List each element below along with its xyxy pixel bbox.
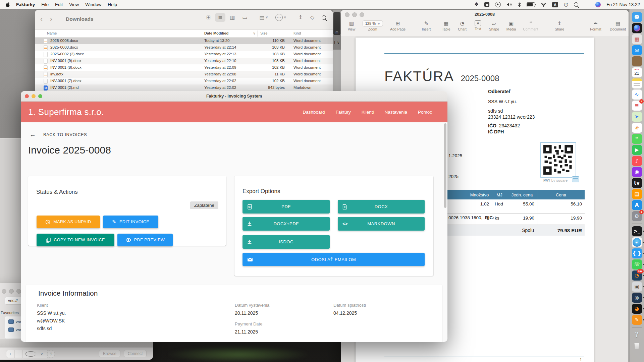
column-header-date[interactable]: Date Modified (204, 31, 228, 35)
search-icon[interactable] (322, 15, 326, 20)
file-row[interactable]: INV-0001 (8).docxYesterday at 22:09102 K… (35, 64, 333, 71)
connect-button[interactable]: Connect (124, 350, 147, 357)
facetime-dock-icon[interactable]: ▶ (632, 145, 642, 155)
input-source-icon[interactable]: A (552, 2, 558, 7)
document-button[interactable]: ▤Document (610, 20, 626, 31)
comment-button[interactable]: ❝Comment (523, 20, 538, 31)
dropbox-icon[interactable]: ❖ (474, 2, 479, 7)
export-pdf-button[interactable]: PDF PDF (243, 200, 330, 214)
apple-menu[interactable] (5, 2, 10, 7)
vscode-dock-icon[interactable]: { } (632, 248, 642, 258)
notes-dock-icon[interactable] (632, 78, 642, 88)
active-app-menu[interactable]: Fakturky (16, 2, 35, 7)
app-black-orange-dock-icon[interactable]: ◕ (632, 304, 642, 314)
apple-tv-dock-icon[interactable]: tv (632, 178, 642, 188)
table-button[interactable]: ▦Table (442, 20, 450, 31)
system-settings-dock-icon[interactable]: ⚙1 (632, 211, 642, 221)
battery-icon[interactable] (527, 2, 535, 7)
add-favourite-button[interactable]: + (6, 350, 15, 358)
screen-sharing-dock-icon[interactable]: ▣ (632, 282, 642, 292)
app-dark-dock-icon[interactable]: ◎ (632, 293, 642, 303)
send-email-button[interactable]: ODOSLAŤ EMAILOM (243, 253, 425, 266)
menu-help[interactable]: Help (108, 2, 117, 7)
launchpad-dock-icon[interactable]: ▦ (632, 34, 642, 44)
file-row[interactable]: INV-0001 (7).docxYesterday at 22:02102 K… (35, 78, 333, 84)
menu-view[interactable]: View (69, 2, 79, 7)
share-button[interactable]: ↥ (298, 15, 303, 20)
maps-dock-icon[interactable]: ➤ (632, 112, 642, 122)
group-by-button[interactable]: ▤∨ (260, 15, 268, 20)
edit-invoice-button[interactable]: ✎ EDIT INVOICE (103, 216, 158, 228)
scrollbar-thumb[interactable] (444, 123, 446, 208)
chart-button[interactable]: ◔Chart (458, 20, 467, 31)
file-row[interactable]: INV-0001 (9).docxYesterday at 22:10103 K… (35, 58, 333, 64)
share-button[interactable]: ↥Share (555, 20, 564, 31)
siri-icon[interactable] (595, 2, 601, 7)
minimize-button[interactable] (32, 94, 36, 98)
help-button[interactable]: ? (47, 350, 55, 358)
mark-as-unpaid-button[interactable]: MARK AS UNPAID (37, 216, 100, 228)
nav-pomoc[interactable]: Pomoc (418, 110, 432, 115)
more-options-button[interactable]: ···∨ (23, 350, 48, 358)
forward-button[interactable]: › (50, 15, 52, 23)
messages-dock-icon[interactable]: ❝ (632, 134, 642, 144)
app-store-dock-icon[interactable]: A (632, 200, 642, 210)
media-button[interactable]: ▣Media (506, 20, 516, 31)
safari-dock-icon[interactable]: ➤ (632, 237, 642, 247)
export-isdoc-button[interactable]: ISDOC (243, 235, 330, 249)
icon-view-button[interactable]: ⊞ (206, 15, 210, 20)
zoom-button[interactable] (38, 94, 42, 98)
terminal-dock-icon[interactable]: >_ (632, 226, 642, 236)
export-docx-button[interactable]: DOCX (338, 200, 425, 214)
mail-dock-icon[interactable]: ✉ (632, 45, 642, 55)
gallery-view-button[interactable]: ▭ (242, 15, 247, 20)
back-to-invoices-link[interactable]: ← BACK TO INVOICES (30, 131, 87, 138)
reminders-dock-icon[interactable]: ≡1 (632, 101, 642, 111)
column-header-name[interactable]: Name (47, 31, 57, 35)
back-button[interactable]: ‹ (40, 15, 43, 23)
file-row[interactable]: 2025-0003.docxYesterday at 22:14103 KBWo… (35, 44, 333, 51)
firefox-dock-icon[interactable]: ◔99+ (632, 270, 642, 281)
column-view-button[interactable]: ▥ (230, 15, 235, 20)
missing-app-dock-icon[interactable]: ? (632, 330, 642, 340)
control-center-icon[interactable] (584, 2, 590, 7)
clock-menu-icon[interactable]: ◷ (564, 2, 568, 7)
finder-dock-icon[interactable]: ☻ (632, 12, 642, 22)
menu-file[interactable]: File (41, 2, 49, 7)
siri-dock-icon[interactable] (632, 23, 642, 33)
menu-edit[interactable]: Edit (55, 2, 63, 7)
format-button[interactable]: ✒Format (590, 20, 601, 31)
calendar-dock-icon[interactable]: NOV21 (632, 67, 642, 77)
menu-window[interactable]: Window (85, 2, 101, 7)
add-page-button[interactable]: ⊞Add Page (390, 20, 406, 31)
file-row[interactable]: 2025-0002 (2).docxYesterday at 22:13103 … (35, 51, 333, 58)
nav-dashboard[interactable]: Dashboard (303, 110, 325, 115)
nav-klienti[interactable]: Klienti (362, 110, 374, 115)
column-header-size[interactable]: Size (260, 31, 267, 35)
export-markdown-button[interactable]: <> MARKDOWN (338, 217, 425, 231)
file-row[interactable]: 2025-0008.docxToday at 13:20110 KBWord d… (35, 38, 333, 44)
export-docx-pdf-button[interactable]: DOCX+PDF (243, 217, 330, 231)
zoom-dropdown[interactable]: 125 %∨Zoom (363, 20, 383, 31)
file-row[interactable]: inv.dotxYesterday at 22:0811 KBWord docu… (35, 71, 333, 78)
file-row[interactable]: MINV-0001 (2).mdYesterday at 22:02842 by… (35, 84, 333, 91)
shape-button[interactable]: ▱Shape (489, 20, 499, 31)
podcasts-dock-icon[interactable]: ◉ (632, 167, 642, 177)
window-controls-inactive[interactable] (2, 289, 21, 294)
nav-nastavenia[interactable]: Nastavenia (384, 110, 407, 115)
nav-faktury[interactable]: Faktúry (336, 110, 351, 115)
wifi-icon[interactable] (541, 2, 546, 7)
copy-to-new-invoice-button[interactable]: COPY TO NEW INVOICE (37, 234, 114, 246)
volume-icon[interactable] (506, 2, 512, 7)
photos-dock-icon[interactable]: ❀ (632, 123, 642, 133)
spotlight-icon[interactable] (574, 2, 578, 7)
menu-extra-app-icon[interactable] (484, 2, 489, 7)
tag-button[interactable]: ◇ (310, 15, 314, 20)
list-view-button[interactable]: ≡ (215, 13, 225, 22)
pdf-preview-button[interactable]: PDF PREVIEW (117, 234, 173, 246)
insert-button[interactable]: ✎Insert (422, 20, 431, 31)
browse-button[interactable]: Browse (99, 350, 120, 357)
app-brown-dock-icon[interactable] (632, 56, 642, 66)
actions-menu-button[interactable]: ···∨ (275, 14, 286, 21)
remove-favourite-button[interactable]: − (15, 350, 23, 358)
